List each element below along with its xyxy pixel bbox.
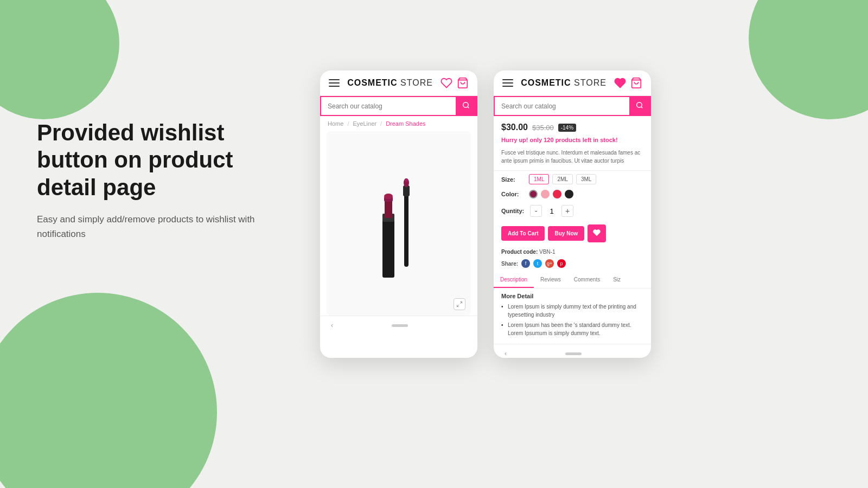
search-bar-right — [494, 96, 651, 116]
store-logo-right: COSMETIC STORE — [521, 78, 607, 88]
nav-arrow-left-right-phone[interactable]: ‹ — [505, 350, 507, 357]
phone-right-bottom-nav: ‹ — [494, 344, 651, 358]
price-old: $35.00 — [532, 124, 554, 132]
breadcrumb-current: Dream Shades — [386, 120, 425, 127]
description-content: More Detail Lorem Ipsum is simply dummy … — [494, 288, 651, 344]
size-option-2ml[interactable]: 2ML — [552, 174, 572, 184]
decorative-blob-top-left — [0, 0, 119, 119]
tab-reviews[interactable]: Reviews — [534, 272, 567, 288]
svg-point-11 — [405, 178, 408, 182]
breadcrumb-left: Home / EyeLiner / Dream Shades — [320, 116, 477, 131]
phone-left: COSMETIC STORE Home / — [320, 70, 477, 358]
product-image-lipstick — [374, 164, 423, 283]
color-label: Color: — [501, 191, 526, 197]
search-icon-left — [462, 101, 470, 109]
store-logo-left: COSMETIC STORE — [347, 78, 433, 88]
sub-text: Easy and simply add/remove products to w… — [37, 212, 297, 241]
breadcrumb-category[interactable]: EyeLiner — [353, 120, 376, 127]
breadcrumb-home[interactable]: Home — [328, 120, 343, 127]
search-bar-left — [320, 96, 477, 116]
buy-now-button[interactable]: Buy Now — [548, 226, 584, 241]
divider1 — [494, 170, 651, 171]
search-button-right[interactable] — [629, 97, 650, 115]
svg-line-12 — [460, 302, 462, 304]
svg-rect-5 — [385, 199, 392, 218]
bullet-item-1: Lorem Ipsum is simply dummy text of the … — [501, 303, 643, 319]
product-code: Product code: VBN-1 — [494, 247, 651, 257]
right-phone-content: COSMETIC STORE — [494, 70, 651, 358]
nav-dot-right — [565, 352, 582, 355]
hamburger-menu-right[interactable] — [502, 79, 513, 87]
search-icon-right — [636, 101, 643, 109]
svg-point-7 — [384, 194, 393, 199]
phones-container: COSMETIC STORE Home / — [320, 70, 651, 358]
size-selector: Size: 1ML 2ML 3ML — [494, 172, 651, 187]
heart-icon-right[interactable] — [614, 77, 626, 89]
bag-icon-left[interactable] — [457, 77, 469, 89]
color-dark-rose[interactable] — [529, 190, 538, 198]
svg-rect-8 — [404, 191, 409, 267]
search-button-left[interactable] — [456, 97, 476, 115]
size-label: Size: — [501, 176, 526, 183]
size-option-3ml[interactable]: 3ML — [576, 174, 596, 184]
price-area: $30.00 $35.00 -14% — [494, 116, 651, 136]
expand-icon[interactable] — [454, 298, 465, 310]
header-icons-right — [614, 77, 642, 89]
twitter-share[interactable]: t — [533, 259, 542, 268]
tab-siz[interactable]: Siz — [607, 272, 627, 288]
svg-rect-3 — [382, 218, 394, 278]
discount-badge: -14% — [558, 124, 576, 132]
color-light-pink[interactable] — [541, 190, 550, 198]
svg-line-2 — [468, 107, 469, 108]
search-input-right[interactable] — [495, 98, 629, 114]
qty-value: 1 — [546, 207, 557, 215]
expand-svg — [456, 301, 463, 307]
googleplus-share[interactable]: g+ — [545, 259, 554, 268]
header-icons-left — [441, 77, 469, 89]
product-description-short: Fusce vel tristique nunc. Interdum et ma… — [494, 146, 651, 169]
qty-label: Quntity: — [501, 208, 526, 214]
svg-line-16 — [641, 107, 643, 108]
left-text-section: Provided wishlist button on product deta… — [37, 119, 297, 242]
phone-left-header: COSMETIC STORE — [320, 70, 477, 96]
tab-description[interactable]: Description — [494, 272, 534, 288]
price-main: $30.00 — [501, 123, 528, 132]
more-detail-heading: More Detail — [501, 293, 643, 299]
qty-minus-button[interactable]: - — [530, 205, 542, 217]
phone-left-bottom-nav: ‹ — [320, 316, 477, 335]
decorative-blob-top-right — [749, 0, 868, 119]
hamburger-menu-left[interactable] — [329, 79, 340, 87]
color-selector: Color: — [494, 187, 651, 202]
svg-line-13 — [457, 305, 459, 307]
add-to-cart-button[interactable]: Add To Cart — [501, 226, 545, 241]
heart-icon-left[interactable] — [441, 77, 452, 89]
decorative-blob-bottom-left — [0, 293, 217, 488]
color-red[interactable] — [553, 190, 561, 198]
pinterest-share[interactable]: p — [557, 259, 566, 268]
svg-point-1 — [463, 102, 468, 107]
share-row: Share: f t g+ p — [494, 257, 651, 270]
bag-icon-right[interactable] — [630, 77, 642, 89]
color-black[interactable] — [565, 190, 573, 198]
svg-point-15 — [637, 102, 642, 107]
phone-right: COSMETIC STORE — [494, 70, 651, 358]
wishlist-heart-icon — [593, 229, 601, 236]
stock-alert: Hurry up! only 120 products left in stoc… — [494, 136, 651, 146]
nav-arrow-left[interactable]: ‹ — [331, 322, 333, 329]
main-heading: Provided wishlist button on product deta… — [37, 119, 297, 201]
tab-comments[interactable]: Comments — [567, 272, 607, 288]
qty-plus-button[interactable]: + — [561, 205, 573, 217]
facebook-share[interactable]: f — [521, 259, 530, 268]
size-option-1ml[interactable]: 1ML — [529, 174, 549, 184]
search-input-left[interactable] — [321, 98, 456, 114]
wishlist-button[interactable] — [588, 224, 606, 242]
nav-dot — [392, 324, 408, 327]
product-tabs: Description Reviews Comments Siz — [494, 272, 651, 288]
phone-right-header: COSMETIC STORE — [494, 70, 651, 96]
quantity-row: Quntity: - 1 + — [494, 202, 651, 220]
bullet-item-2: Lorem Ipsum has been the 's standard dum… — [501, 321, 643, 337]
product-image-area — [327, 131, 471, 316]
bullet-list: Lorem Ipsum is simply dummy text of the … — [501, 303, 643, 337]
action-buttons: Add To Cart Buy Now — [494, 220, 651, 247]
